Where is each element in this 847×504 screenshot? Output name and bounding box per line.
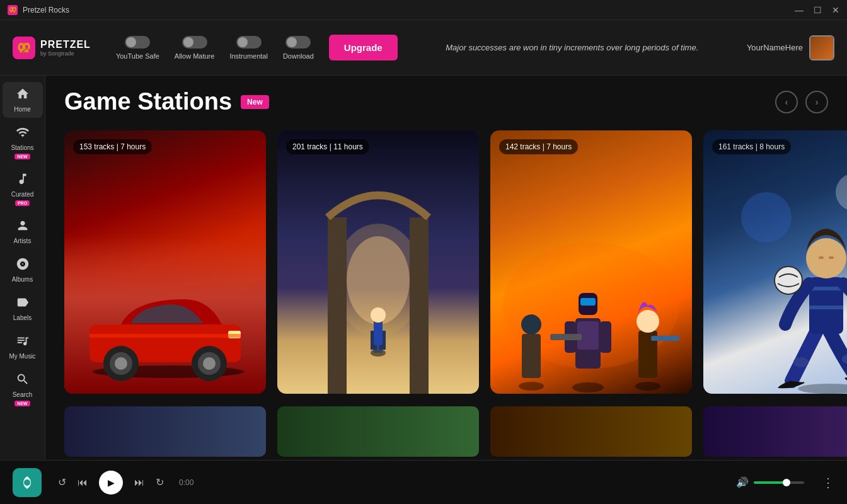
titlebar-left: 🥨 Pretzel Rocks (8, 5, 69, 15)
youtube-safe-toggle[interactable] (125, 36, 150, 49)
volume-icon: 🔊 (736, 476, 749, 488)
mymusic-icon (16, 334, 30, 351)
titlebar: 🥨 Pretzel Rocks — ☐ ✕ (0, 0, 847, 20)
bottom-card-3[interactable] (490, 406, 692, 457)
youtube-safe-label: YouTube Safe (116, 52, 159, 60)
station-card-sports[interactable]: 161 tracks | 8 hours (703, 130, 847, 394)
home-icon (16, 87, 30, 104)
sidebar-item-artists[interactable]: Artists (3, 214, 43, 249)
youtube-safe-toggle-group: YouTube Safe (116, 36, 159, 60)
volume-bar[interactable] (754, 481, 804, 484)
sidebar-item-labels[interactable]: Labels (3, 290, 43, 326)
svg-point-35 (521, 314, 541, 335)
svg-point-31 (637, 310, 659, 333)
svg-rect-25 (580, 298, 596, 306)
bottom-card-4[interactable] (703, 406, 847, 457)
player-time-current: 0:00 (179, 478, 193, 487)
sidebar-item-search[interactable]: Search NEW (3, 367, 43, 411)
player-bar: ↺ ⏮ ▶ ⏭ ↻ 0:00 🔊 ⋮ (0, 460, 847, 504)
username: YourNameHere (747, 43, 803, 52)
sidebar-item-mymusic[interactable]: My Music (3, 329, 43, 365)
cards-row: 153 tracks | 7 hours (64, 130, 828, 394)
sidebar-item-curated[interactable]: Curated PRO (3, 167, 43, 211)
svg-point-49 (24, 479, 30, 486)
card-track-info-1: 153 tracks | 7 hours (73, 139, 152, 154)
download-toggle[interactable] (285, 36, 311, 49)
albums-icon (16, 257, 30, 274)
sidebar-artists-label: Artists (14, 238, 32, 244)
logo-icon: 🥨 (13, 37, 35, 59)
close-button[interactable]: ✕ (832, 5, 839, 15)
download-label: Download (283, 52, 314, 60)
prev-button[interactable]: ⏮ (78, 477, 88, 488)
svg-rect-43 (809, 287, 843, 290)
avatar[interactable] (809, 35, 834, 60)
new-badge: New (241, 95, 269, 109)
play-button[interactable]: ▶ (99, 471, 123, 495)
sidebar-search-label: Search (13, 391, 33, 398)
stations-icon (16, 125, 30, 142)
instrumental-toggle[interactable] (236, 36, 262, 49)
svg-rect-47 (829, 256, 834, 259)
search-icon (16, 372, 30, 389)
instrumental-toggle-group: Instrumental (229, 36, 268, 60)
upgrade-button[interactable]: Upgrade (329, 35, 398, 60)
download-toggle-group: Download (283, 36, 314, 60)
svg-rect-13 (410, 217, 429, 394)
sidebar-albums-label: Albums (12, 276, 33, 283)
svg-rect-46 (819, 256, 824, 259)
card-track-info-2: 201 tracks | 11 hours (286, 139, 369, 154)
sidebar-labels-label: Labels (13, 314, 32, 321)
svg-point-7 (203, 357, 216, 370)
logo-text: PRETZEL by Songtrade (40, 39, 91, 57)
station-card-fantasy[interactable]: 201 tracks | 11 hours (277, 130, 479, 394)
sidebar: Home Stations NEW Curated PRO Artists (0, 76, 45, 460)
svg-rect-34 (522, 334, 541, 378)
svg-point-48 (775, 266, 802, 294)
rewind-button[interactable]: ↺ (58, 476, 66, 488)
motivational-text: Major successes are won in tiny incremen… (413, 43, 732, 52)
volume-area: 🔊 (736, 476, 804, 488)
shooter-illustration (490, 180, 692, 394)
prev-arrow[interactable]: ‹ (775, 91, 798, 113)
next-button[interactable]: ⏭ (134, 477, 144, 488)
artists-icon (16, 219, 30, 236)
labels-icon (16, 295, 30, 312)
sidebar-item-albums[interactable]: Albums (3, 252, 43, 288)
fantasy-illustration (290, 167, 466, 394)
nav-arrows: ‹ › (775, 91, 828, 113)
bottom-cards-row (64, 406, 828, 457)
allow-mature-toggle[interactable] (182, 36, 207, 49)
svg-point-39 (798, 384, 847, 394)
minimize-button[interactable]: — (795, 5, 804, 15)
volume-knob[interactable] (783, 479, 790, 486)
sidebar-item-stations[interactable]: Stations NEW (3, 120, 43, 164)
station-card-racing[interactable]: 153 tracks | 7 hours (64, 130, 266, 394)
svg-rect-9 (89, 334, 241, 338)
sidebar-mymusic-label: My Music (9, 353, 35, 360)
svg-rect-12 (328, 217, 347, 394)
curated-badge: PRO (15, 200, 30, 206)
next-arrow[interactable]: › (805, 91, 828, 113)
bottom-card-2[interactable] (277, 406, 479, 457)
player-logo (13, 468, 42, 497)
section-title: Game Stations (64, 88, 232, 115)
more-options-button[interactable]: ⋮ (822, 475, 834, 490)
svg-rect-27 (600, 321, 611, 353)
allow-mature-label: Allow Mature (175, 52, 215, 60)
svg-point-40 (793, 357, 809, 367)
window-controls[interactable]: — ☐ ✕ (795, 5, 839, 15)
sidebar-item-home[interactable]: Home (3, 82, 43, 118)
bottom-card-1[interactable] (64, 406, 266, 457)
sports-illustration (729, 154, 847, 394)
section-header: Game Stations New ‹ › (64, 88, 828, 115)
instrumental-label: Instrumental (229, 52, 268, 60)
allow-mature-toggle-group: Allow Mature (175, 36, 215, 60)
curated-icon (16, 172, 30, 189)
sidebar-home-label: Home (14, 106, 31, 113)
repeat-button[interactable]: ↻ (156, 476, 164, 488)
maximize-button[interactable]: ☐ (814, 5, 822, 15)
app-icon: 🥨 (8, 5, 18, 15)
station-card-shooter[interactable]: 142 tracks | 7 hours (490, 130, 692, 394)
user-area: YourNameHere (747, 35, 834, 60)
